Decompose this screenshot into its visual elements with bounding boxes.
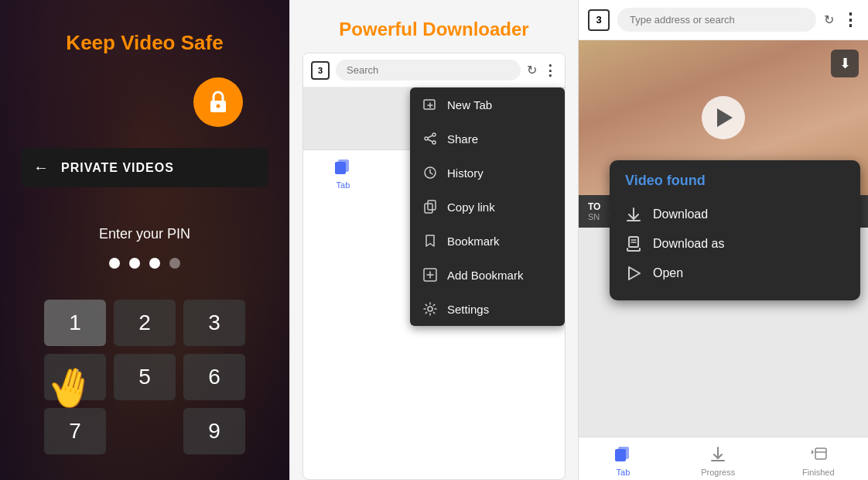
pin-dots (109, 258, 180, 269)
menu-item-bookmark-label: Bookmark (447, 235, 500, 248)
p3-search-input[interactable] (617, 8, 816, 32)
menu-item-history[interactable]: History (410, 156, 565, 190)
p3-progress-label: Progress (701, 468, 735, 477)
nav-tab-tab[interactable]: Tab (332, 156, 354, 190)
menu-item-add-bookmark-label: Add Bookmark (447, 269, 523, 282)
menu-item-bookmark[interactable]: Bookmark (410, 224, 565, 258)
pin-dot-4 (169, 258, 180, 269)
vf-option-download-as[interactable]: Download as (625, 229, 845, 259)
new-tab-icon (422, 97, 438, 112)
vf-option-download-as-label: Download as (653, 237, 725, 251)
pin-dot-2 (129, 258, 140, 269)
history-icon (422, 165, 438, 180)
panel2-title-part1: Powerful (339, 19, 422, 39)
pin-key-6[interactable]: 6 (183, 354, 245, 400)
download-icon (625, 206, 642, 223)
svg-line-9 (428, 139, 432, 142)
p3-progress-icon (707, 444, 729, 465)
svg-marker-26 (629, 267, 640, 279)
p3-finished-icon (808, 444, 829, 465)
panel1-heading: Keep Video Safe (66, 31, 223, 55)
browser-container: 3 ↻ ⋮ New Tab (302, 53, 566, 480)
menu-item-share[interactable]: Share (410, 122, 565, 156)
download-as-icon (625, 235, 642, 252)
lock-badge (193, 77, 243, 127)
p3-refresh-icon[interactable]: ↻ (824, 12, 834, 27)
settings-icon (422, 301, 438, 317)
svg-rect-2 (424, 100, 435, 109)
p3-nav-finished[interactable]: Finished (802, 444, 835, 477)
panel1-title-text: Keep Video (66, 31, 180, 54)
video-found-popup: Video found Download (610, 160, 860, 300)
svg-rect-28 (618, 447, 629, 459)
svg-point-7 (432, 141, 436, 144)
vf-option-download-label: Download (653, 207, 708, 221)
panel2-title-highlight: Downloader (422, 19, 528, 39)
add-bookmark-icon (422, 267, 438, 283)
browser-search-input[interactable] (336, 60, 521, 81)
panel3-bottom-nav: Tab Progress Finished (579, 437, 868, 480)
p3-nav-tab[interactable]: Tab (612, 444, 634, 477)
lock-icon (204, 88, 232, 116)
p3-tab-icon (612, 444, 634, 465)
menu-item-copy-link[interactable]: Copy link (410, 190, 565, 224)
video-found-title: Video found (625, 173, 845, 189)
browser-refresh-icon[interactable]: ↻ (527, 63, 537, 77)
p3-menu-icon[interactable]: ⋮ (842, 10, 859, 30)
tab-icon (332, 156, 354, 178)
vf-option-download[interactable]: Download (625, 200, 845, 229)
panel2-heading: Powerful Downloader (290, 0, 578, 53)
vf-option-open-label: Open (653, 266, 683, 280)
pin-key-7[interactable]: 7 (44, 408, 106, 454)
svg-point-1 (217, 105, 220, 108)
private-videos-bar: ← PRIVATE VIDEOS (21, 148, 268, 187)
svg-point-16 (428, 307, 432, 311)
p3-tab-count-badge[interactable]: 3 (588, 9, 610, 31)
pin-key-5[interactable]: 5 (114, 354, 176, 400)
menu-item-history-label: History (447, 166, 484, 180)
pin-label: Enter your PIN (99, 226, 190, 242)
nav-tab-tab-label: Tab (337, 180, 350, 190)
pin-section: Enter your PIN (99, 226, 190, 300)
panel-downloader: Powerful Downloader 3 ↻ ⋮ New Tab (289, 0, 579, 480)
back-arrow-icon[interactable]: ← (33, 159, 49, 177)
play-button[interactable] (702, 96, 745, 139)
p3-nav-progress[interactable]: Progress (701, 444, 735, 477)
thumbnail-download-icon[interactable]: ⬇ (831, 50, 859, 77)
svg-line-8 (428, 135, 432, 138)
p3-tab-label: Tab (617, 468, 630, 477)
menu-item-share-label: Share (447, 132, 478, 146)
menu-item-add-bookmark[interactable]: Add Bookmark (410, 258, 565, 292)
context-menu: New Tab Share (410, 87, 565, 326)
tab-count-badge[interactable]: 3 (311, 61, 330, 80)
p3-finished-label: Finished (802, 468, 835, 477)
vf-option-open[interactable]: Open (625, 259, 845, 288)
menu-item-settings[interactable]: Settings (410, 292, 565, 326)
panel3-browser-bar: 3 ↻ ⋮ (579, 0, 868, 40)
pin-key-3[interactable]: 3 (183, 300, 245, 346)
pin-dot-1 (109, 258, 120, 269)
svg-point-6 (425, 137, 428, 140)
svg-rect-12 (428, 201, 436, 210)
pin-key-9[interactable]: 9 (183, 408, 245, 454)
share-icon (422, 131, 438, 146)
pin-key-1[interactable]: 1 (44, 300, 106, 346)
play-triangle-icon (717, 108, 733, 127)
menu-item-copy-link-label: Copy link (447, 201, 495, 214)
panel-video-found: 3 ↻ ⋮ ⬇ TO ON SN Top Video found (579, 0, 868, 480)
pin-dot-3 (149, 258, 160, 269)
open-icon (625, 265, 642, 282)
svg-point-5 (432, 133, 436, 136)
svg-rect-30 (815, 448, 826, 459)
svg-rect-11 (425, 204, 432, 213)
browser-menu-icon[interactable]: ⋮ (543, 62, 557, 79)
menu-item-new-tab[interactable]: New Tab (410, 87, 565, 122)
browser-bar: 3 ↻ ⋮ (303, 53, 565, 87)
pin-key-empty (114, 408, 176, 454)
copy-link-icon (422, 199, 438, 214)
private-videos-title: PRIVATE VIDEOS (61, 161, 174, 175)
pin-key-2[interactable]: 2 (114, 300, 176, 346)
svg-rect-18 (338, 159, 349, 172)
panel-private-videos: Keep Video Safe ← PRIVATE VIDEOS Enter y… (0, 0, 289, 480)
bookmark-icon (422, 233, 438, 249)
